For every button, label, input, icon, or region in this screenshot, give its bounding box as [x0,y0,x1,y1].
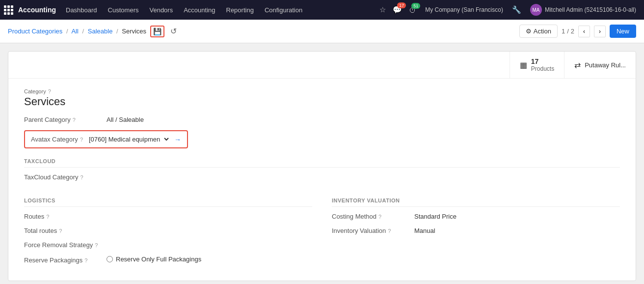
total-routes-help-icon[interactable]: ? [59,228,62,234]
user-menu[interactable]: MA Mitchell Admin (52415106-16-0-all) [526,4,640,16]
parent-category-value: All / Saleable [107,116,144,123]
save-icon: 💾 [153,28,161,35]
category-help-icon[interactable]: ? [48,88,51,94]
breadcrumb-current: Services [122,28,146,35]
avatax-category-row: Avatax Category ? [0760] Medical equipme… [24,130,188,148]
costing-method-label: Costing Method ? [332,213,410,220]
chat-icon[interactable]: 💬 17 [391,3,404,16]
avatax-arrow-button[interactable]: → [174,136,181,143]
putaway-icon: ⇄ [574,60,581,70]
star-icon[interactable]: ☆ [377,3,388,16]
costing-method-help-icon[interactable]: ? [378,214,381,220]
inventory-valuation-row: Inventory Valuation ? Manual [332,227,620,234]
nav-customers[interactable]: Customers [103,0,144,20]
action-button[interactable]: ⚙ Action [519,25,558,38]
app-logo[interactable]: Accounting [4,5,56,15]
category-value: Services [24,95,620,108]
logistics-section-header: LOGISTICS [24,198,312,207]
pager-next-button[interactable]: › [594,26,606,37]
main-content: ▦ 17 Products ⇄ Putaway Rul... Category … [0,43,644,284]
pager: 1 / 2 [562,28,574,35]
force-removal-help-icon[interactable]: ? [95,242,98,248]
user-name: Mitchell Admin (52415106-16-0-all) [545,6,636,13]
app-name: Accounting [18,6,56,14]
avatax-label: Avatax Category ? [31,136,83,143]
pager-prev-button[interactable]: ‹ [578,26,590,37]
putaway-button[interactable]: ⇄ Putaway Rul... [564,52,636,78]
tools-icon[interactable]: 🔧 [510,3,523,16]
two-column-section: LOGISTICS Routes ? Total routes ? [24,188,620,271]
new-button[interactable]: New [610,25,636,38]
total-routes-row: Total routes ? [24,227,312,234]
pager-total: 2 [571,28,574,35]
chat-badge: 17 [397,2,406,8]
nav-vendors[interactable]: Vendors [144,0,178,20]
pager-current: 1 [562,28,565,35]
routes-row: Routes ? [24,213,312,220]
inventory-valuation-section-header: INVENTORY VALUATION [332,198,620,207]
reserve-packagings-radio[interactable] [107,256,113,262]
breadcrumb: Product Categories / All / Saleable / Se… [8,28,146,35]
sep2: / [82,28,84,35]
save-button[interactable]: 💾 [150,26,164,37]
category-label: Category ? [24,88,620,94]
card-header: ▦ 17 Products ⇄ Putaway Rul... [8,52,636,79]
nav-accounting[interactable]: Accounting [179,0,220,20]
products-label: Products [531,65,554,72]
avatar: MA [530,4,542,16]
inventory-valuation-label: Inventory Valuation ? [332,227,410,234]
sep3: / [116,28,118,35]
parent-category-help-icon[interactable]: ? [73,117,76,123]
parent-category-row: Parent Category ? All / Saleable [24,116,620,123]
costing-method-row: Costing Method ? Standard Price [332,213,620,220]
logistics-column: LOGISTICS Routes ? Total routes ? [24,188,312,271]
company-name[interactable]: My Company (San Francisco) [421,6,507,13]
form-card: ▦ 17 Products ⇄ Putaway Rul... Category … [8,51,636,281]
taxcloud-help-icon[interactable]: ? [80,174,83,180]
putaway-label: Putaway Rul... [585,61,626,69]
force-removal-label: Force Removal Strategy ? [24,241,103,249]
taxcloud-section-header: TAXCLOUD [24,158,620,168]
card-body: Category ? Services Parent Category ? Al… [8,79,636,281]
reserve-packagings-label: Reserve Packagings ? [24,256,103,264]
taxcloud-category-label: TaxCloud Category ? [24,173,103,181]
grid-icon [4,5,13,15]
top-navigation: Accounting Dashboard Customers Vendors A… [0,0,644,20]
avatax-select[interactable]: [0760] Medical equipmen [87,135,170,143]
products-count: 17 [531,57,554,65]
reset-button[interactable]: ↺ [168,25,179,38]
total-routes-label: Total routes ? [24,227,103,234]
costing-method-value: Standard Price [414,213,456,220]
taxcloud-category-row: TaxCloud Category ? [24,173,620,181]
sep1: / [66,28,68,35]
products-button[interactable]: ▦ 17 Products [510,52,564,78]
inventory-valuation-value: Manual [414,227,435,234]
parent-category-label: Parent Category ? [24,116,103,123]
avatax-help-icon[interactable]: ? [80,137,83,142]
breadcrumb-all[interactable]: All [71,28,78,35]
inventory-valuation-column: INVENTORY VALUATION Costing Method ? Sta… [332,188,620,271]
activity-badge: 51 [411,3,420,9]
routes-label: Routes ? [24,213,103,220]
reserve-packagings-help-icon[interactable]: ? [84,257,87,263]
routes-help-icon[interactable]: ? [46,214,49,220]
breadcrumb-product-categories[interactable]: Product Categories [8,28,62,35]
products-grid-icon: ▦ [520,60,527,70]
nav-reporting[interactable]: Reporting [221,0,259,20]
reserve-packagings-row: Reserve Packagings ? Reserve Only Full P… [24,256,312,264]
gear-icon: ⚙ [526,28,532,35]
nav-dashboard[interactable]: Dashboard [61,0,102,20]
force-removal-row: Force Removal Strategy ? [24,241,312,249]
reserve-packagings-option: Reserve Only Full Packagings [107,256,201,263]
nav-configuration[interactable]: Configuration [260,0,307,20]
breadcrumb-saleable[interactable]: Saleable [88,28,113,35]
inventory-valuation-help-icon[interactable]: ? [388,228,391,234]
breadcrumb-bar: Product Categories / All / Saleable / Se… [0,20,644,43]
activity-icon[interactable]: ⏱ 51 [407,4,418,16]
